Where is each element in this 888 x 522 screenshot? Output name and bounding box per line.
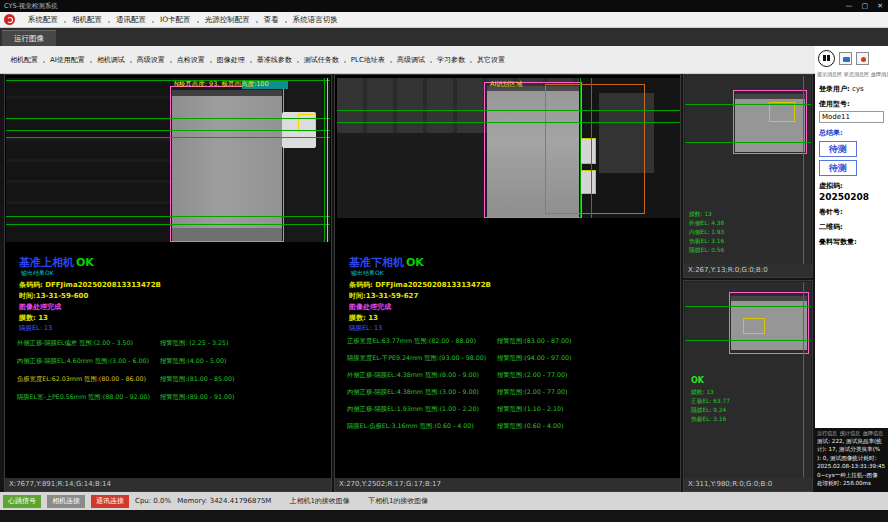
green-vertical-line: [324, 78, 325, 242]
stack-count-label: 叠料写数量:: [819, 238, 857, 246]
measurement-alarm-range: 报警范围:(89.00 - 91.00): [160, 393, 235, 402]
virtual-code-row: 虚拟码:: [819, 181, 884, 191]
tab-status-messages[interactable]: 状态消息区: [844, 71, 869, 77]
left-result-sub: 输出结果OK: [21, 269, 54, 278]
cpu-usage: Cpu: 0.0%: [135, 497, 171, 505]
tab-fault-messages[interactable]: 故障消息区: [871, 71, 888, 77]
info-line: 膜数: 13: [691, 388, 730, 397]
info-line: 隔膜EL: 0.56: [689, 246, 724, 255]
pause-button[interactable]: [818, 50, 835, 67]
tool-advanced-settings[interactable]: 高级设置: [131, 55, 171, 65]
info-line: 负极EL: 3.16: [689, 237, 724, 246]
menu-camera-config[interactable]: 相机配置: [65, 15, 109, 25]
tab-statistics-info[interactable]: 统计信息: [840, 430, 860, 436]
center-camera-image[interactable]: AI识别区域: [337, 78, 680, 218]
info-line: 外侧EL: 4.38: [689, 219, 724, 228]
left-result-camera-name: 基准上相机: [19, 256, 74, 269]
menu-bar: 系统配置 相机配置 通讯配置 IO卡配置 光源控制配置 查看 系统语言切换: [0, 12, 888, 28]
measurement-alarm-range: 报警范围:(94.00 - 97.00): [497, 354, 572, 363]
virtual-code-value: 20250208: [819, 192, 884, 202]
tab-run-image[interactable]: 运行图像: [2, 30, 56, 46]
model-select[interactable]: Mode11: [819, 111, 884, 123]
small-bottom-camera-view: OK 膜数: 13 正极EL: 63.77 隔膜EL: 9.24 负极EL: 3…: [683, 280, 813, 492]
measurement-value: 内侧正极-隔膜EL:1.93mm 范围:(1.00 - 2.20): [347, 405, 479, 414]
upper-camera-status: 上相机1的接收图像: [289, 496, 349, 506]
tool-ai-config[interactable]: AI使用配置: [44, 55, 91, 65]
tool-plc-address[interactable]: PLC地址表: [345, 55, 391, 65]
heartbeat-indicator: 心跳信号: [3, 495, 41, 508]
measurement-alarm-range: 报警范围:(2.00 - 77.00): [497, 388, 568, 397]
small-top-camera-image[interactable]: 膜数: 13 外侧EL: 4.38 内侧EL: 1.93 负极EL: 3.16 …: [685, 76, 811, 265]
camera-icon-button[interactable]: [839, 52, 852, 65]
result-box-1: 待测: [819, 141, 857, 157]
roi-outline-yellow: [743, 318, 765, 334]
sidebar-fields: 登录用户: cys 使用型号: Mode11 总结果: 待测 待测 虚拟码: 2…: [815, 77, 888, 249]
info-line: 负极EL: 3.16: [691, 415, 730, 424]
tool-learning-params[interactable]: 学习参数: [431, 55, 471, 65]
left-camera-image[interactable]: N极耳高度: 93, 极耳间高度:100: [6, 78, 330, 242]
measurement-alarm-range: 报警范围:(0.60 - 4.00): [497, 422, 564, 431]
center-result-camera-name: 基准下相机: [349, 256, 404, 269]
tab-hint-messages[interactable]: 提示消息区: [817, 71, 842, 77]
tool-camera-debug[interactable]: 相机调试: [91, 55, 131, 65]
roi-outline-magenta: [733, 90, 807, 154]
green-guide-line: [337, 122, 680, 123]
tab-connector: [580, 170, 596, 194]
qr-code-row: 二维码:: [819, 222, 884, 232]
stats-line: ): 0, 测试图像统计耗时:: [817, 454, 886, 462]
tab-run-info[interactable]: 运行信息: [817, 430, 837, 436]
left-result-title: 基准上相机OK: [19, 255, 94, 270]
roi-outline-magenta: [170, 86, 284, 242]
close-button[interactable]: ✕: [877, 0, 883, 12]
green-guide-line: [6, 80, 330, 81]
app-window: CYS-视觉检测系统 — ▢ ✕ 系统配置 相机配置 通讯配置 IO卡配置 光源…: [0, 0, 888, 522]
small-bottom-camera-image[interactable]: OK 膜数: 13 正极EL: 63.77 隔膜EL: 9.24 负极EL: 3…: [685, 282, 811, 479]
menu-view[interactable]: 查看: [257, 15, 286, 25]
login-user-value: cys: [852, 85, 864, 93]
left-film-count: 膜数: 13: [19, 313, 48, 323]
center-result-title: 基准下相机OK: [349, 255, 424, 270]
tool-other-settings[interactable]: 其它设置: [471, 55, 511, 65]
info-line: 内侧EL: 1.93: [689, 228, 724, 237]
menu-light-config[interactable]: 光源控制配置: [198, 15, 257, 25]
tool-camera-config[interactable]: 相机配置: [4, 55, 44, 65]
green-vertical-line: [591, 78, 592, 218]
menu-io-config[interactable]: IO卡配置: [153, 15, 198, 25]
model-label: 使用型号:: [819, 100, 850, 108]
tool-bar: 相机配置 AI使用配置 相机调试 高级设置 点检设置 图像处理 基准线参数 测试…: [0, 46, 815, 74]
info-line: 隔膜EL: 9.24: [691, 406, 730, 415]
app-logo-icon: [4, 14, 15, 25]
left-measurement-list: 外侧正极-隔膜EL偏差 范围:(2.00 - 3.50) 报警范围: (2.25…: [17, 339, 331, 419]
menu-language-switch[interactable]: 系统语言切换: [286, 15, 345, 25]
left-result-ok-badge: OK: [76, 256, 94, 269]
menu-comm-config[interactable]: 通讯配置: [109, 15, 153, 25]
minimize-button[interactable]: —: [846, 0, 853, 12]
measurement-alarm-range: 报警范围:(2.00 - 77.00): [497, 371, 568, 380]
tool-spot-check[interactable]: 点检设置: [171, 55, 211, 65]
center-pixel-status: X:270,Y:2502;R:17;G:17;B:17: [335, 478, 680, 491]
virtual-code-label: 虚拟码:: [819, 182, 843, 190]
measurement-alarm-range: 报警范围:(81.00 - 85.00): [160, 375, 235, 384]
measurement-alarm-range: 报警范围:(83.00 - 87.00): [497, 337, 572, 346]
message-area-tabs: 提示消息区 状态消息区 故障消息区: [815, 71, 888, 77]
alarm-icon-button[interactable]: [856, 52, 869, 65]
left-time: 时间:13-31-59-600: [19, 291, 88, 301]
tab-bar: 运行图像: [0, 28, 888, 46]
maximize-button[interactable]: ▢: [862, 0, 869, 12]
left-pixel-status: X:7677,Y:891;R:14;G:14;B:14: [5, 478, 331, 491]
tab-fault-info[interactable]: 故障信息: [863, 430, 883, 436]
center-result-sub: 输出结果OK: [351, 269, 384, 278]
tool-image-process[interactable]: 图像处理: [211, 55, 251, 65]
roi-outline-magenta: [729, 292, 809, 354]
green-vertical-line: [803, 282, 804, 479]
tool-test-tasks[interactable]: 测试任务数: [298, 55, 345, 65]
left-overlay-label: N极耳高度: 93, 极耳间高度:100: [174, 80, 269, 89]
menu-system-config[interactable]: 系统配置: [21, 15, 65, 25]
tool-advanced-debug[interactable]: 高级调试: [391, 55, 431, 65]
measurement-alarm-range: 报警范围: (2.25 - 3.25): [160, 339, 229, 348]
tool-baseline-params[interactable]: 基准线参数: [251, 55, 298, 65]
green-guide-line: [337, 110, 680, 111]
info-line: 正极EL: 63.77: [691, 397, 730, 406]
comm-connection-indicator: 通讯连接: [91, 495, 129, 508]
yellow-vertical-line: [327, 78, 328, 242]
